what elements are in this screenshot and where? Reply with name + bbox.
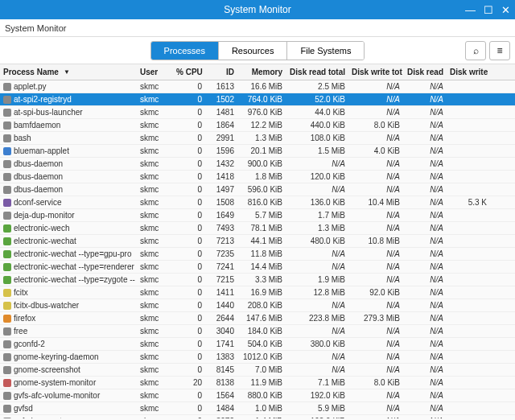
cell-disk-read: N/A (403, 172, 447, 181)
cell-disk-read-total: 1.3 MiB (286, 224, 348, 233)
cell-cpu: 0 (173, 301, 205, 310)
cell-cpu: 0 (173, 108, 205, 117)
table-row[interactable]: deja-dup-monitorskmc016495.7 MiB1.7 MiBN… (0, 209, 515, 222)
cell-id: 3040 (205, 327, 237, 336)
table-row[interactable]: gnome-system-monitorskmc20813811.9 MiB7.… (0, 377, 515, 389)
cell-cpu: 0 (173, 249, 205, 258)
table-body[interactable]: applet.pyskmc0161316.6 MiB2.5 MiBN/AN/Aa… (0, 80, 515, 418)
maximize-icon[interactable]: ☐ (484, 5, 493, 15)
cell-name: fcitx (0, 288, 137, 297)
col-user[interactable]: User (137, 68, 173, 76)
close-icon[interactable]: ✕ (501, 5, 510, 15)
cell-disk-read-total: 52.0 KiB (286, 95, 348, 104)
table-row[interactable]: dconf-serviceskmc01508816.0 KiB136.0 KiB… (0, 196, 515, 209)
minimize-icon[interactable]: — (465, 5, 476, 15)
cell-memory: 20.1 MiB (237, 146, 286, 155)
menu-button[interactable]: ≡ (489, 41, 510, 60)
cell-id: 1741 (205, 340, 237, 348)
table-row[interactable]: electronic-wechskmc0749378.1 MiB1.3 MiBN… (0, 222, 515, 235)
cell-cpu: 0 (173, 198, 205, 207)
cell-disk-write-total: N/A (348, 352, 403, 361)
col-disk-write[interactable]: Disk write (447, 68, 490, 76)
table-row[interactable]: fcitxskmc0141116.9 MiB12.8 MiB92.0 KiBN/… (0, 286, 515, 299)
cell-id: 1613 (205, 82, 237, 91)
table-row[interactable]: blueman-appletskmc0159620.1 MiB1.5 MiB4.… (0, 145, 515, 158)
cell-memory: 880.0 KiB (237, 391, 286, 400)
cell-user: skmc (137, 288, 173, 297)
menu-item-system-monitor[interactable]: System Monitor (5, 23, 66, 33)
table-row[interactable]: dbus-daemonskmc01432900.0 KiBN/AN/AN/A (0, 158, 515, 171)
table-row[interactable]: at-spi2-registrydskmc01502764.0 KiB52.0 … (0, 93, 515, 106)
cell-user: skmc (137, 301, 173, 310)
cell-name: electronic-wechat --type=gpu-pro (0, 249, 137, 258)
cell-memory: 11.8 MiB (237, 249, 286, 258)
cell-name: blueman-applet (0, 146, 137, 155)
col-disk-read[interactable]: Disk read (403, 68, 447, 76)
cell-name: gvfsd-computer (0, 417, 137, 418)
cell-disk-write-total: 8.0 KiB (348, 121, 403, 130)
cell-id: 1497 (205, 185, 237, 194)
cell-user: skmc (137, 146, 173, 155)
table-row[interactable]: gvfsd-computerskmc030721.4 MiB192.0 KiBN… (0, 415, 515, 418)
table-row[interactable]: electronic-wechatskmc0721344.1 MiB480.0 … (0, 235, 515, 248)
table-row[interactable]: bamfdaemonskmc0186412.2 MiB440.0 KiB8.0 … (0, 119, 515, 132)
cell-user: skmc (137, 365, 173, 374)
cell-memory: 900.0 KiB (237, 159, 286, 168)
col-memory[interactable]: Memory (237, 68, 286, 76)
table-row[interactable]: gnome-screenshotskmc081457.0 MiBN/AN/AN/… (0, 364, 515, 377)
cell-disk-read: N/A (403, 365, 447, 374)
process-icon (3, 315, 11, 323)
cell-disk-write-total: N/A (348, 108, 403, 117)
tab-resources[interactable]: Resources (219, 42, 288, 60)
cell-name: electronic-wechat (0, 237, 137, 245)
table-row[interactable]: dbus-daemonskmc014181.8 MiB120.0 KiBN/AN… (0, 171, 515, 183)
search-button[interactable]: ⌕ (465, 41, 486, 60)
col-process-name[interactable]: Process Name▼ (0, 68, 137, 76)
cell-disk-read: N/A (403, 224, 447, 233)
cell-id: 1411 (205, 288, 237, 297)
cell-disk-read-total: 192.0 KiB (286, 417, 348, 418)
tab-filesystems[interactable]: File Systems (287, 42, 364, 60)
cell-disk-read: N/A (403, 391, 447, 400)
process-icon (3, 199, 11, 207)
table-row[interactable]: fcitx-dbus-watcherskmc01440208.0 KiBN/AN… (0, 299, 515, 312)
table-row[interactable]: gvfsdskmc014841.0 MiB5.9 MiBN/AN/A (0, 402, 515, 415)
cell-cpu: 0 (173, 185, 205, 194)
sort-indicator-icon: ▼ (64, 68, 70, 76)
cell-disk-write-total: N/A (348, 224, 403, 233)
cell-user: skmc (137, 224, 173, 233)
cell-user: skmc (137, 275, 173, 284)
table-row[interactable]: electronic-wechat --type=gpu-proskmc0723… (0, 248, 515, 261)
table-row[interactable]: at-spi-bus-launcherskmc01481976.0 KiB44.… (0, 106, 515, 119)
cell-disk-write-total: N/A (348, 275, 403, 284)
cell-disk-read: N/A (403, 185, 447, 194)
tab-processes[interactable]: Processes (151, 42, 219, 60)
cell-disk-write-total: 10.8 MiB (348, 237, 403, 245)
table-row[interactable]: gvfs-afc-volume-monitorskmc01564880.0 Ki… (0, 389, 515, 402)
table-row[interactable]: freeskmc03040184.0 KiBN/AN/AN/A (0, 325, 515, 338)
table-row[interactable]: electronic-wechat --type=zygote --skmc07… (0, 274, 515, 286)
col-disk-read-total[interactable]: Disk read total (286, 68, 348, 76)
table-row[interactable]: applet.pyskmc0161316.6 MiB2.5 MiBN/AN/A (0, 80, 515, 93)
cell-id: 1864 (205, 121, 237, 130)
table-row[interactable]: gnome-keyring-daemonskmc013831012.0 KiBN… (0, 351, 515, 364)
table-row[interactable]: electronic-wechat --type=rendererskmc072… (0, 261, 515, 274)
cell-memory: 1012.0 KiB (237, 352, 286, 361)
cell-memory: 1.4 MiB (237, 417, 286, 418)
table-row[interactable]: firefoxskmc02644147.6 MiB223.8 MiB279.3 … (0, 312, 515, 325)
col-cpu[interactable]: % CPU (173, 68, 205, 76)
table-row[interactable]: dbus-daemonskmc01497596.0 KiBN/AN/AN/A (0, 183, 515, 196)
cell-cpu: 20 (173, 378, 205, 387)
col-id[interactable]: ID (205, 68, 237, 76)
table-row[interactable]: bashskmc029911.3 MiB108.0 KiBN/AN/A (0, 132, 515, 145)
cell-id: 7241 (205, 262, 237, 271)
cell-disk-write-total: N/A (348, 249, 403, 258)
table-row[interactable]: gconfd-2skmc01741504.0 KiB380.0 KiBN/AN/… (0, 338, 515, 351)
cell-id: 7235 (205, 249, 237, 258)
cell-cpu: 0 (173, 288, 205, 297)
cell-cpu: 0 (173, 211, 205, 220)
cell-user: skmc (137, 391, 173, 400)
cell-user: skmc (137, 95, 173, 104)
col-disk-write-total[interactable]: Disk write tot (348, 68, 403, 76)
cell-disk-write-total: N/A (348, 262, 403, 271)
